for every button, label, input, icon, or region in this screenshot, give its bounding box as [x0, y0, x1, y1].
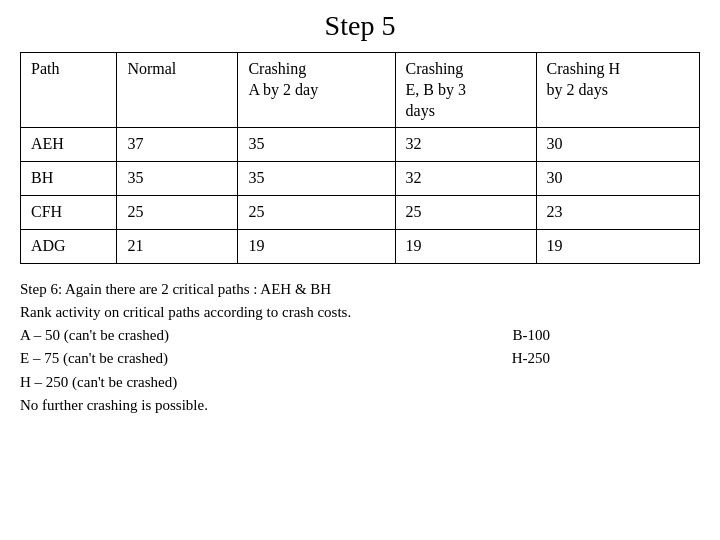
table-row: BH 35 35 32 30	[21, 162, 700, 196]
col-normal-header: Normal	[117, 53, 238, 128]
info-line4b: H-250	[512, 347, 550, 370]
cell-crash1: 25	[238, 195, 395, 229]
cell-path: ADG	[21, 229, 117, 263]
cell-crash3: 19	[536, 229, 699, 263]
info-line3b: B-100	[513, 324, 551, 347]
cell-crash1: 19	[238, 229, 395, 263]
col-crash3-header: Crashing H by 2 days	[536, 53, 699, 128]
info-line4a: E – 75 (can't be crashed)	[20, 347, 168, 370]
cell-normal: 35	[117, 162, 238, 196]
table-header-row: Path Normal Crashing A by 2 day Crashing…	[21, 53, 700, 128]
table-row: CFH 25 25 25 23	[21, 195, 700, 229]
cell-normal: 21	[117, 229, 238, 263]
cell-crash3: 23	[536, 195, 699, 229]
info-line3a: A – 50 (can't be crashed)	[20, 324, 169, 347]
cell-crash2: 19	[395, 229, 536, 263]
col-crash2-header: Crashing E, B by 3 days	[395, 53, 536, 128]
cell-path: AEH	[21, 128, 117, 162]
table-row: AEH 37 35 32 30	[21, 128, 700, 162]
cell-path: CFH	[21, 195, 117, 229]
col-path-header: Path	[21, 53, 117, 128]
cell-normal: 25	[117, 195, 238, 229]
info-section: Step 6: Again there are 2 critical paths…	[20, 278, 700, 418]
info-line4: E – 75 (can't be crashed) H-250	[20, 347, 700, 370]
step5-table: Path Normal Crashing A by 2 day Crashing…	[20, 52, 700, 264]
col-crash1-header: Crashing A by 2 day	[238, 53, 395, 128]
info-line5: H – 250 (can't be crashed)	[20, 371, 700, 394]
cell-crash2: 32	[395, 162, 536, 196]
cell-crash2: 32	[395, 128, 536, 162]
table-row: ADG 21 19 19 19	[21, 229, 700, 263]
page-title: Step 5	[325, 10, 396, 42]
cell-crash1: 35	[238, 162, 395, 196]
cell-normal: 37	[117, 128, 238, 162]
info-line3: A – 50 (can't be crashed) B-100	[20, 324, 700, 347]
cell-crash3: 30	[536, 162, 699, 196]
info-line2: Rank activity on critical paths accordin…	[20, 301, 700, 324]
info-line1: Step 6: Again there are 2 critical paths…	[20, 278, 700, 301]
cell-crash1: 35	[238, 128, 395, 162]
cell-path: BH	[21, 162, 117, 196]
info-line6: No further crashing is possible.	[20, 394, 700, 417]
cell-crash3: 30	[536, 128, 699, 162]
cell-crash2: 25	[395, 195, 536, 229]
